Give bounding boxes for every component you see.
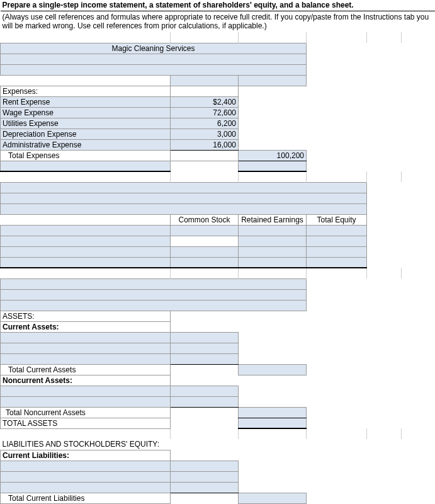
asset-item[interactable] xyxy=(1,386,171,396)
total-current-liabilities-label: Total Current Liabilities xyxy=(1,493,171,503)
equity-row-label[interactable] xyxy=(1,257,171,268)
equity-cell[interactable] xyxy=(307,225,367,236)
liability-item[interactable] xyxy=(1,482,171,493)
blank-shaded-cell[interactable] xyxy=(239,75,307,86)
equity-col-header: Total Equity xyxy=(307,214,367,225)
blank-shaded-row[interactable] xyxy=(1,54,307,64)
equity-cell[interactable] xyxy=(307,257,367,268)
total-noncurrent-assets-value[interactable] xyxy=(239,407,307,418)
asset-item[interactable] xyxy=(1,332,171,343)
blank-shaded-cell[interactable] xyxy=(1,161,171,171)
equity-col-header: Retained Earnings xyxy=(239,214,307,225)
instruction-text: (Always use cell references and formulas… xyxy=(1,11,436,32)
equity-cell[interactable] xyxy=(307,236,367,246)
expense-label[interactable]: Rent Expense xyxy=(1,96,171,107)
bs-title-row[interactable] xyxy=(1,278,307,289)
liability-value[interactable] xyxy=(171,482,239,493)
expense-value[interactable]: 6,200 xyxy=(171,118,239,129)
blank-shaded-cell[interactable] xyxy=(239,161,307,171)
total-expenses-value[interactable]: 100,200 xyxy=(239,150,307,161)
asset-item[interactable] xyxy=(1,396,171,407)
liability-value[interactable] xyxy=(171,471,239,482)
expense-label[interactable]: Utilities Expense xyxy=(1,118,171,129)
asset-value[interactable] xyxy=(171,386,239,396)
liabilities-header: LIABILITIES AND STOCKHOLDERS' EQUITY: xyxy=(1,439,239,450)
expenses-header: Expenses: xyxy=(1,86,171,96)
current-assets-header: Current Assets: xyxy=(1,321,171,332)
page-title: Prepare a single-step income statement, … xyxy=(1,0,436,11)
total-current-assets-value[interactable] xyxy=(239,364,307,375)
total-current-liabilities-value[interactable] xyxy=(239,493,307,503)
equity-cell[interactable] xyxy=(171,246,239,257)
asset-value[interactable] xyxy=(171,332,239,343)
asset-item[interactable] xyxy=(1,343,171,353)
equity-row-label[interactable] xyxy=(1,225,171,236)
blank-shaded-row[interactable] xyxy=(1,64,307,75)
noncurrent-assets-header: Noncurrent Assets: xyxy=(1,375,171,386)
equity-row-label[interactable] xyxy=(1,236,171,246)
total-expenses-label: Total Expenses xyxy=(1,150,171,161)
total-assets-label: TOTAL ASSETS xyxy=(1,418,171,428)
asset-value[interactable] xyxy=(171,396,239,407)
equity-col-header: Common Stock xyxy=(171,214,239,225)
expense-value[interactable]: $2,400 xyxy=(171,96,239,107)
bs-blank-row[interactable] xyxy=(1,300,307,311)
expense-value[interactable]: 72,600 xyxy=(171,107,239,118)
equity-row-label[interactable] xyxy=(1,246,171,257)
liability-item[interactable] xyxy=(1,471,171,482)
expense-value[interactable]: 16,000 xyxy=(171,139,239,150)
equity-cell[interactable] xyxy=(171,225,239,236)
equity-cell[interactable] xyxy=(171,257,239,268)
liability-item[interactable] xyxy=(1,461,171,471)
equity-blank-row[interactable] xyxy=(1,203,367,214)
company-name[interactable]: Magic Cleaning Services xyxy=(1,43,307,54)
equity-cell[interactable] xyxy=(239,236,307,246)
total-noncurrent-assets-label: Total Noncurrent Assets xyxy=(1,407,171,418)
equity-cell[interactable] xyxy=(239,246,307,257)
total-current-assets-label: Total Current Assets xyxy=(1,364,171,375)
equity-cell[interactable] xyxy=(239,225,307,236)
asset-item[interactable] xyxy=(1,353,171,364)
spreadsheet-table: Prepare a single-step income statement, … xyxy=(0,0,435,504)
assets-header: ASSETS: xyxy=(1,311,171,321)
current-liabilities-header: Current Liabilities: xyxy=(1,450,171,461)
equity-title-row[interactable] xyxy=(1,182,367,193)
liability-value[interactable] xyxy=(171,461,239,471)
expense-value[interactable]: 3,000 xyxy=(171,129,239,139)
expense-label[interactable]: Wage Expense xyxy=(1,107,171,118)
asset-value[interactable] xyxy=(171,353,239,364)
equity-cell[interactable] xyxy=(239,257,307,268)
equity-cell[interactable] xyxy=(307,246,367,257)
total-assets-value[interactable] xyxy=(239,418,307,428)
asset-value[interactable] xyxy=(171,343,239,353)
blank-shaded-cell[interactable] xyxy=(171,75,239,86)
expense-label[interactable]: Administrative Expense xyxy=(1,139,171,150)
equity-blank-row[interactable] xyxy=(1,193,367,203)
bs-blank-row[interactable] xyxy=(1,289,307,300)
expense-label[interactable]: Depreciation Expense xyxy=(1,129,171,139)
